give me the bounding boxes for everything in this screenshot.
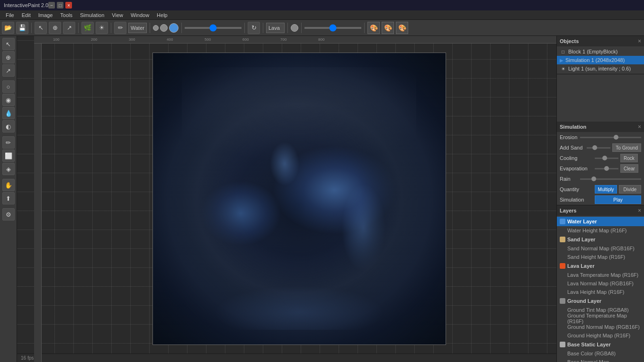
sand-height-map[interactable]: Sand Height Map (R16F) — [557, 253, 644, 261]
select-tool[interactable]: ↖ — [35, 22, 47, 34]
canvas-image-container — [42, 44, 556, 353]
ground-normal-map[interactable]: Ground Normal Map (RGB16F) — [557, 323, 644, 331]
separator-3 — [111, 23, 111, 33]
evaporation-slider[interactable] — [595, 168, 618, 169]
tool-pan[interactable]: ✋ — [2, 179, 15, 191]
simulation-panel-header[interactable]: Simulation × — [557, 122, 644, 132]
rain-slider[interactable] — [580, 178, 641, 180]
brush-option-1[interactable]: 🌿 — [81, 22, 94, 34]
tool-select[interactable]: ↖ — [2, 38, 15, 50]
lava-temp-map-label: Lava Temperature Map (R16F) — [567, 272, 638, 278]
tool-gradient[interactable]: ◐ — [2, 120, 15, 132]
color-btn-3[interactable]: 🎨 — [396, 22, 408, 34]
objects-panel-header[interactable]: Objects × — [557, 36, 644, 46]
clear-button[interactable]: Clear — [620, 164, 638, 173]
rotate-tool[interactable]: ↻ — [248, 22, 260, 34]
tool-settings[interactable]: ⚙ — [2, 208, 15, 221]
base-color[interactable]: Base Color (RGBA8) — [557, 349, 644, 358]
toground-button[interactable]: To Ground — [612, 143, 641, 152]
menu-simulation[interactable]: Simulation — [76, 11, 108, 19]
color-btn-1[interactable]: 🎨 — [367, 22, 380, 34]
tool-eraser[interactable]: ⬜ — [2, 150, 15, 162]
object-block1[interactable]: □ Block 1 (EmptyBlock) — [557, 47, 644, 56]
water-layer-header[interactable]: Water Layer — [557, 217, 644, 226]
tool-water[interactable]: 💧 — [2, 107, 15, 119]
object-light1[interactable]: ☀ Light 1 (sun, intensity ; 0.6) — [557, 64, 644, 73]
fps-display: 16 fps — [21, 355, 34, 361]
menu-image[interactable]: Image — [35, 11, 57, 19]
canvas-image[interactable] — [152, 53, 446, 345]
ground-height-map[interactable]: Ground Height Map (R16F) — [557, 331, 644, 340]
status-bar: 16 fps — [17, 353, 556, 362]
maximize-button[interactable]: □ — [57, 2, 63, 9]
color-dot-1[interactable] — [291, 24, 298, 32]
ground-height-map-label: Ground Height Map (R16F) — [567, 333, 630, 338]
water-layer-label: Water Layer — [567, 219, 597, 224]
base-layer-header[interactable]: Base Static Layer — [557, 340, 644, 349]
base-normal-map[interactable]: Base Normal Map — [557, 358, 644, 362]
minimize-button[interactable]: − — [48, 2, 55, 9]
erosion-slider[interactable] — [580, 137, 641, 138]
menu-edit[interactable]: Edit — [18, 11, 35, 19]
titlebar-title: InteractivePaint 2.0 — [4, 2, 48, 8]
tool-fill[interactable]: ◉ — [2, 94, 15, 106]
tool-brush[interactable]: ✏ — [2, 136, 15, 149]
evaporation-row: Evaporation Clear — [557, 163, 644, 174]
brush-size-small[interactable] — [153, 25, 159, 31]
addsand-slider[interactable] — [587, 147, 610, 149]
lava-normal-map[interactable]: Lava Normal Map (RGB16F) — [557, 279, 644, 288]
sim-play-label: Simulation — [560, 197, 593, 203]
layers-panel-close[interactable]: × — [638, 207, 641, 214]
brush-type-select[interactable]: Water Sand Lava — [128, 23, 147, 33]
close-button[interactable]: × — [65, 2, 72, 9]
save-button[interactable]: 💾 — [16, 22, 28, 34]
color-slider[interactable] — [304, 27, 361, 29]
object-sim1[interactable]: ▶ Simulation 1 (2048x2048) — [557, 56, 644, 64]
tool-smudge[interactable]: ◈ — [2, 163, 15, 175]
sand-normal-map[interactable]: Sand Normal Map (RGB16F) — [557, 244, 644, 253]
ground-temp-map-label: Ground Temperature Map (R16F) — [567, 313, 641, 324]
objects-panel-close[interactable]: × — [638, 38, 641, 44]
ground-temp-map[interactable]: Ground Temperature Map (R16F) — [557, 314, 644, 323]
brush-size-slider[interactable] — [185, 27, 242, 29]
evaporation-label: Evaporation — [560, 166, 593, 171]
menu-help[interactable]: Help — [153, 11, 171, 19]
material-select[interactable]: Lava Sand Water — [266, 23, 285, 33]
pointer-tool[interactable]: ↗ — [63, 22, 75, 34]
tool-pointer[interactable]: ↗ — [2, 64, 15, 77]
tool-transform[interactable]: ⊕ — [2, 51, 15, 63]
lava-temp-map[interactable]: Lava Temperature Map (R16F) — [557, 271, 644, 279]
menu-file[interactable]: File — [2, 11, 18, 19]
tool-view[interactable]: ⬆ — [2, 192, 15, 204]
rock-button[interactable]: Rock — [620, 154, 638, 162]
divide-button[interactable]: Divide — [619, 185, 641, 194]
lava-height-map[interactable]: Lava Height Map (R16F) — [557, 288, 644, 296]
sand-layer-header[interactable]: Sand Layer — [557, 235, 644, 244]
menu-window[interactable]: Window — [127, 11, 153, 19]
lava-layer-header[interactable]: Lava Layer — [557, 261, 644, 271]
canvas-area[interactable]: 100 200 300 400 500 600 700 800 — [17, 36, 556, 362]
color-btn-2[interactable]: 🎨 — [382, 22, 394, 34]
play-button[interactable]: Play — [595, 195, 641, 204]
right-panel: Objects × □ Block 1 (EmptyBlock) ▶ Simul… — [556, 36, 644, 362]
move-tool[interactable]: ⊕ — [49, 22, 61, 34]
main-area: ↖ ⊕ ↗ ○ ◉ 💧 ◐ ✏ ⬜ ◈ ✋ ⬆ ⚙ 100 200 300 40… — [0, 36, 644, 362]
cooling-slider[interactable] — [595, 158, 618, 159]
open-button[interactable]: 📂 — [2, 22, 14, 34]
tool-circle[interactable]: ○ — [2, 80, 15, 93]
menu-view[interactable]: View — [108, 11, 127, 19]
object-light1-label: Light 1 (sun, intensity ; 0.6) — [568, 66, 641, 71]
ground-layer-header[interactable]: Ground Layer — [557, 296, 644, 306]
water-height-map[interactable]: Water Height Map (R16F) — [557, 226, 644, 235]
multiply-button[interactable]: Multiply — [595, 185, 617, 194]
layers-panel: Layers × Water Layer Water Height Map (R… — [557, 205, 644, 362]
brush-option-2[interactable]: ☀ — [96, 22, 108, 34]
brush-icon[interactable]: ✏ — [114, 22, 126, 34]
menu-tools[interactable]: Tools — [56, 11, 76, 19]
lava-height-map-label: Lava Height Map (R16F) — [567, 289, 624, 295]
layers-panel-header[interactable]: Layers × — [557, 205, 644, 216]
simulation-panel-close[interactable]: × — [638, 124, 641, 130]
brush-size-medium[interactable] — [160, 24, 168, 32]
brush-size-large[interactable] — [169, 23, 179, 33]
lava-layer-label: Lava Layer — [567, 263, 594, 269]
